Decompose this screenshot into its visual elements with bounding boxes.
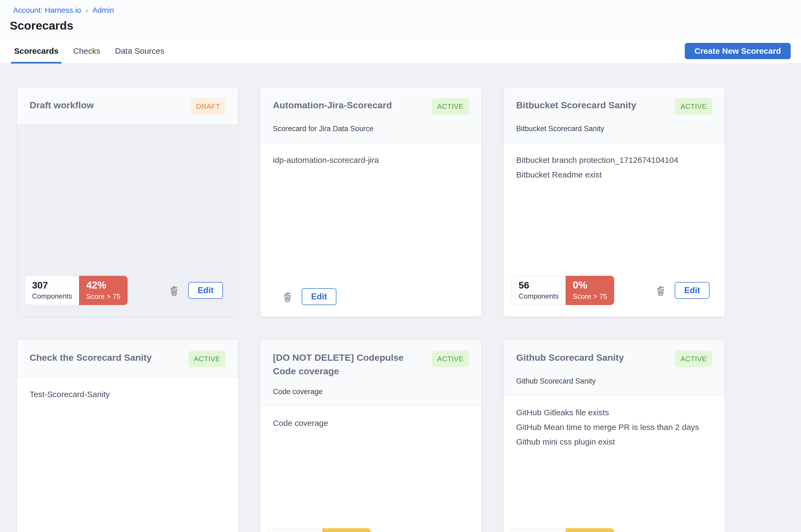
card-header: Github Scorecard Sanity ACTIVE Github Sc… [504, 340, 725, 396]
components-score-pill: 2 Components 50% Score > 75 [268, 528, 371, 532]
scorecard-card: Draft workflow DRAFT 307 Components 42% … [17, 87, 238, 317]
card-title: Automation-Jira-Scorecard [273, 98, 392, 112]
components-box: 307 Components [25, 276, 79, 305]
components-score-pill: 56 Components 0% Score > 75 [511, 276, 614, 305]
card-subtitle: Github Scorecard Sanity [516, 377, 712, 385]
card-actions: Edit [655, 282, 709, 299]
score-box: 67% Score > 75 [565, 528, 614, 532]
card-actions: Edit [168, 282, 223, 299]
card-subtitle: Scorecard for Jira Data Source [273, 125, 469, 133]
components-score-pill: 307 Components 42% Score > 75 [25, 276, 128, 305]
check-list: GitHub Gitleaks file existsGitHub Mean t… [504, 396, 725, 528]
check-list: Bitbucket branch protection_171267410410… [504, 143, 725, 276]
breadcrumb: Account: Harness.io › Admin [13, 6, 801, 15]
score-threshold-label: Score > 75 [86, 292, 120, 301]
delete-icon[interactable] [282, 291, 294, 303]
check-item: Github mini css plugin exist [516, 437, 712, 446]
breadcrumb-account-link[interactable]: Account: Harness.io [13, 6, 81, 15]
status-badge: ACTIVE [675, 351, 712, 367]
status-badge: ACTIVE [188, 351, 226, 367]
score-box: 0% Score > 75 [565, 276, 614, 305]
check-item: GitHub Mean time to merge PR is less tha… [516, 423, 712, 432]
tab-data-sources[interactable]: Data Sources [115, 39, 164, 63]
card-header: [DO NOT DELETE] Codepulse Code coverage … [260, 340, 481, 406]
card-header: Bitbucket Scorecard Sanity ACTIVE Bitbuc… [504, 88, 725, 143]
tabbar: Scorecards Checks Data Sources Create Ne… [0, 38, 801, 64]
card-subtitle: Code coverage [273, 387, 469, 396]
components-box: 2 Components [268, 528, 322, 532]
components-label: Components [519, 292, 559, 301]
card-header: Check the Scorecard Sanity ACTIVE [17, 340, 238, 377]
scorecard-card: Github Scorecard Sanity ACTIVE Github Sc… [503, 340, 725, 532]
scorecards-grid: Draft workflow DRAFT 307 Components 42% … [17, 87, 801, 532]
status-badge: ACTIVE [432, 351, 469, 367]
card-title: Check the Scorecard Sanity [30, 351, 152, 364]
card-footer: 3 Components 67% Score > 75 [504, 528, 725, 532]
check-list: Test-Scorecard-Sanity [17, 377, 238, 532]
check-list [17, 125, 238, 276]
scorecard-card: [DO NOT DELETE] Codepulse Code coverage … [260, 340, 482, 532]
score-threshold-label: Score > 75 [573, 292, 607, 301]
components-box: 56 Components [511, 276, 565, 305]
components-count: 307 [32, 280, 72, 291]
check-item: GitHub Gitleaks file exists [516, 408, 712, 417]
edit-button[interactable]: Edit [188, 282, 223, 299]
score-percentage: 42% [86, 280, 120, 291]
check-item: Code coverage [273, 419, 469, 428]
card-footer: 2 Components 50% Score > 75 [260, 528, 481, 532]
card-actions: Edit [282, 288, 336, 305]
score-box: 50% Score > 75 [322, 528, 371, 532]
breadcrumb-admin-link[interactable]: Admin [93, 6, 114, 15]
check-list: Code coverage [260, 406, 481, 528]
card-title: [DO NOT DELETE] Codepulse Code coverage [273, 351, 409, 378]
card-subtitle: Bitbucket Scorecard Sanity [516, 125, 712, 133]
tab-scorecards[interactable]: Scorecards [14, 39, 58, 63]
status-badge: ACTIVE [432, 98, 469, 115]
card-title: Bitbucket Scorecard Sanity [516, 98, 636, 112]
check-item: Test-Scorecard-Sanity [30, 390, 226, 399]
check-list: idp-automation-scorecard-jira [260, 143, 481, 288]
card-header: Automation-Jira-Scorecard ACTIVE Scoreca… [260, 88, 481, 143]
status-badge: DRAFT [191, 98, 226, 115]
page-title: Scorecards [10, 19, 801, 32]
components-box: 3 Components [511, 528, 565, 532]
scorecard-card: Check the Scorecard Sanity ACTIVE Test-S… [17, 340, 238, 532]
app-header: Account: Harness.io › Admin Scorecards [0, 0, 801, 38]
edit-button[interactable]: Edit [302, 288, 336, 305]
score-percentage: 0% [573, 280, 607, 291]
scorecard-card: Automation-Jira-Scorecard ACTIVE Scoreca… [260, 87, 482, 317]
delete-icon[interactable] [168, 284, 180, 297]
card-title: Github Scorecard Sanity [516, 351, 624, 364]
card-footer: 56 Components 0% Score > 75 [504, 276, 725, 317]
edit-button[interactable]: Edit [675, 282, 709, 299]
status-badge: ACTIVE [675, 98, 712, 115]
card-title: Draft workflow [30, 98, 94, 112]
tab-checks[interactable]: Checks [73, 39, 100, 63]
card-header: Draft workflow DRAFT [17, 88, 238, 125]
check-item: Bitbucket Readme exist [516, 170, 712, 179]
create-new-scorecard-button[interactable]: Create New Scorecard [685, 43, 791, 59]
card-footer: Edit [260, 288, 481, 317]
score-box: 42% Score > 75 [79, 276, 127, 305]
delete-icon[interactable] [655, 284, 667, 297]
components-count: 56 [519, 280, 559, 291]
components-score-pill: 3 Components 67% Score > 75 [511, 528, 614, 532]
scorecard-card: Bitbucket Scorecard Sanity ACTIVE Bitbuc… [503, 87, 725, 317]
check-item: idp-automation-scorecard-jira [273, 155, 469, 165]
breadcrumb-separator-icon: › [86, 6, 88, 14]
components-label: Components [32, 292, 72, 301]
card-footer: 307 Components 42% Score > 75 [17, 276, 238, 317]
check-item: Bitbucket branch protection_171267410410… [516, 155, 712, 165]
